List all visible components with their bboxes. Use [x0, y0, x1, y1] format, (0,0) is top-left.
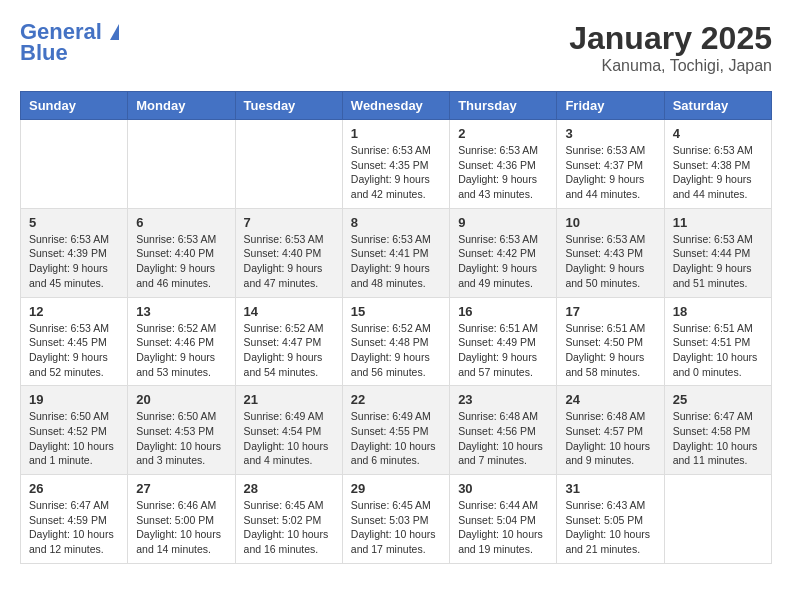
calendar-cell: 27Sunrise: 6:46 AM Sunset: 5:00 PM Dayli…: [128, 475, 235, 564]
calendar-cell: 7Sunrise: 6:53 AM Sunset: 4:40 PM Daylig…: [235, 208, 342, 297]
day-info: Sunrise: 6:53 AM Sunset: 4:43 PM Dayligh…: [565, 232, 655, 291]
day-number: 27: [136, 481, 226, 496]
day-number: 1: [351, 126, 441, 141]
calendar-week-2: 5Sunrise: 6:53 AM Sunset: 4:39 PM Daylig…: [21, 208, 772, 297]
day-info: Sunrise: 6:52 AM Sunset: 4:48 PM Dayligh…: [351, 321, 441, 380]
page-header: General Blue January 2025 Kanuma, Tochig…: [20, 20, 772, 75]
day-number: 7: [244, 215, 334, 230]
day-number: 9: [458, 215, 548, 230]
day-number: 29: [351, 481, 441, 496]
day-number: 11: [673, 215, 763, 230]
calendar-cell: 19Sunrise: 6:50 AM Sunset: 4:52 PM Dayli…: [21, 386, 128, 475]
day-number: 18: [673, 304, 763, 319]
calendar-cell: [21, 120, 128, 209]
day-number: 13: [136, 304, 226, 319]
title-block: January 2025 Kanuma, Tochigi, Japan: [569, 20, 772, 75]
calendar-cell: 24Sunrise: 6:48 AM Sunset: 4:57 PM Dayli…: [557, 386, 664, 475]
day-info: Sunrise: 6:53 AM Sunset: 4:35 PM Dayligh…: [351, 143, 441, 202]
calendar-cell: 1Sunrise: 6:53 AM Sunset: 4:35 PM Daylig…: [342, 120, 449, 209]
calendar-cell: 10Sunrise: 6:53 AM Sunset: 4:43 PM Dayli…: [557, 208, 664, 297]
day-number: 28: [244, 481, 334, 496]
header-saturday: Saturday: [664, 92, 771, 120]
day-info: Sunrise: 6:53 AM Sunset: 4:36 PM Dayligh…: [458, 143, 548, 202]
day-number: 2: [458, 126, 548, 141]
calendar-cell: [128, 120, 235, 209]
day-info: Sunrise: 6:53 AM Sunset: 4:42 PM Dayligh…: [458, 232, 548, 291]
header-friday: Friday: [557, 92, 664, 120]
calendar-table: Sunday Monday Tuesday Wednesday Thursday…: [20, 91, 772, 564]
calendar-cell: 5Sunrise: 6:53 AM Sunset: 4:39 PM Daylig…: [21, 208, 128, 297]
calendar-cell: [664, 475, 771, 564]
day-info: Sunrise: 6:53 AM Sunset: 4:44 PM Dayligh…: [673, 232, 763, 291]
day-info: Sunrise: 6:49 AM Sunset: 4:54 PM Dayligh…: [244, 409, 334, 468]
calendar-cell: 25Sunrise: 6:47 AM Sunset: 4:58 PM Dayli…: [664, 386, 771, 475]
day-info: Sunrise: 6:47 AM Sunset: 4:59 PM Dayligh…: [29, 498, 119, 557]
calendar-cell: 31Sunrise: 6:43 AM Sunset: 5:05 PM Dayli…: [557, 475, 664, 564]
day-info: Sunrise: 6:53 AM Sunset: 4:45 PM Dayligh…: [29, 321, 119, 380]
calendar-cell: 20Sunrise: 6:50 AM Sunset: 4:53 PM Dayli…: [128, 386, 235, 475]
day-number: 12: [29, 304, 119, 319]
day-number: 10: [565, 215, 655, 230]
calendar-cell: 2Sunrise: 6:53 AM Sunset: 4:36 PM Daylig…: [450, 120, 557, 209]
day-number: 16: [458, 304, 548, 319]
day-info: Sunrise: 6:53 AM Sunset: 4:40 PM Dayligh…: [136, 232, 226, 291]
header-wednesday: Wednesday: [342, 92, 449, 120]
header-sunday: Sunday: [21, 92, 128, 120]
day-number: 5: [29, 215, 119, 230]
day-info: Sunrise: 6:50 AM Sunset: 4:53 PM Dayligh…: [136, 409, 226, 468]
calendar-week-3: 12Sunrise: 6:53 AM Sunset: 4:45 PM Dayli…: [21, 297, 772, 386]
day-info: Sunrise: 6:45 AM Sunset: 5:03 PM Dayligh…: [351, 498, 441, 557]
calendar-header-row: Sunday Monday Tuesday Wednesday Thursday…: [21, 92, 772, 120]
calendar-cell: 4Sunrise: 6:53 AM Sunset: 4:38 PM Daylig…: [664, 120, 771, 209]
header-thursday: Thursday: [450, 92, 557, 120]
calendar-cell: 29Sunrise: 6:45 AM Sunset: 5:03 PM Dayli…: [342, 475, 449, 564]
calendar-cell: 3Sunrise: 6:53 AM Sunset: 4:37 PM Daylig…: [557, 120, 664, 209]
calendar-cell: 8Sunrise: 6:53 AM Sunset: 4:41 PM Daylig…: [342, 208, 449, 297]
calendar-cell: 23Sunrise: 6:48 AM Sunset: 4:56 PM Dayli…: [450, 386, 557, 475]
day-info: Sunrise: 6:48 AM Sunset: 4:57 PM Dayligh…: [565, 409, 655, 468]
day-info: Sunrise: 6:53 AM Sunset: 4:38 PM Dayligh…: [673, 143, 763, 202]
day-info: Sunrise: 6:51 AM Sunset: 4:50 PM Dayligh…: [565, 321, 655, 380]
day-number: 4: [673, 126, 763, 141]
calendar-cell: 13Sunrise: 6:52 AM Sunset: 4:46 PM Dayli…: [128, 297, 235, 386]
calendar-cell: 14Sunrise: 6:52 AM Sunset: 4:47 PM Dayli…: [235, 297, 342, 386]
header-monday: Monday: [128, 92, 235, 120]
calendar-cell: 30Sunrise: 6:44 AM Sunset: 5:04 PM Dayli…: [450, 475, 557, 564]
logo-blue: Blue: [20, 40, 119, 66]
day-info: Sunrise: 6:46 AM Sunset: 5:00 PM Dayligh…: [136, 498, 226, 557]
calendar-cell: 15Sunrise: 6:52 AM Sunset: 4:48 PM Dayli…: [342, 297, 449, 386]
day-info: Sunrise: 6:51 AM Sunset: 4:51 PM Dayligh…: [673, 321, 763, 380]
calendar-cell: 17Sunrise: 6:51 AM Sunset: 4:50 PM Dayli…: [557, 297, 664, 386]
calendar-cell: 16Sunrise: 6:51 AM Sunset: 4:49 PM Dayli…: [450, 297, 557, 386]
day-number: 14: [244, 304, 334, 319]
calendar-cell: 21Sunrise: 6:49 AM Sunset: 4:54 PM Dayli…: [235, 386, 342, 475]
day-number: 20: [136, 392, 226, 407]
calendar-title: January 2025: [569, 20, 772, 57]
day-number: 24: [565, 392, 655, 407]
day-number: 21: [244, 392, 334, 407]
day-info: Sunrise: 6:49 AM Sunset: 4:55 PM Dayligh…: [351, 409, 441, 468]
calendar-cell: 12Sunrise: 6:53 AM Sunset: 4:45 PM Dayli…: [21, 297, 128, 386]
day-info: Sunrise: 6:52 AM Sunset: 4:46 PM Dayligh…: [136, 321, 226, 380]
calendar-cell: 26Sunrise: 6:47 AM Sunset: 4:59 PM Dayli…: [21, 475, 128, 564]
calendar-cell: 9Sunrise: 6:53 AM Sunset: 4:42 PM Daylig…: [450, 208, 557, 297]
day-info: Sunrise: 6:53 AM Sunset: 4:37 PM Dayligh…: [565, 143, 655, 202]
calendar-week-4: 19Sunrise: 6:50 AM Sunset: 4:52 PM Dayli…: [21, 386, 772, 475]
logo: General Blue: [20, 20, 119, 66]
day-number: 22: [351, 392, 441, 407]
day-info: Sunrise: 6:51 AM Sunset: 4:49 PM Dayligh…: [458, 321, 548, 380]
day-number: 3: [565, 126, 655, 141]
day-info: Sunrise: 6:44 AM Sunset: 5:04 PM Dayligh…: [458, 498, 548, 557]
day-number: 26: [29, 481, 119, 496]
calendar-cell: 6Sunrise: 6:53 AM Sunset: 4:40 PM Daylig…: [128, 208, 235, 297]
day-info: Sunrise: 6:45 AM Sunset: 5:02 PM Dayligh…: [244, 498, 334, 557]
day-number: 19: [29, 392, 119, 407]
day-info: Sunrise: 6:53 AM Sunset: 4:39 PM Dayligh…: [29, 232, 119, 291]
day-number: 8: [351, 215, 441, 230]
calendar-week-1: 1Sunrise: 6:53 AM Sunset: 4:35 PM Daylig…: [21, 120, 772, 209]
day-number: 25: [673, 392, 763, 407]
day-number: 17: [565, 304, 655, 319]
calendar-cell: [235, 120, 342, 209]
logo-icon: [110, 24, 119, 40]
day-info: Sunrise: 6:47 AM Sunset: 4:58 PM Dayligh…: [673, 409, 763, 468]
